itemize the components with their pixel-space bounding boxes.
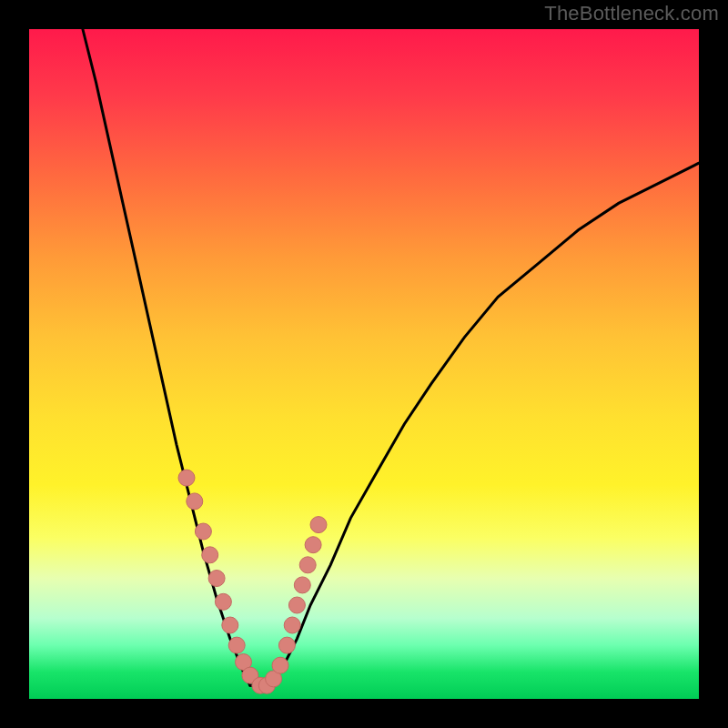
marker-dot	[208, 571, 225, 587]
outer-frame: TheBottleneck.com	[0, 0, 728, 728]
marker-group	[178, 470, 327, 693]
marker-dot	[228, 637, 245, 653]
marker-dot	[178, 470, 195, 486]
marker-dot	[284, 617, 300, 633]
marker-dot	[272, 657, 288, 673]
marker-dot	[294, 577, 310, 593]
watermark-text: TheBottleneck.com	[544, 2, 719, 25]
marker-dot	[305, 537, 321, 553]
marker-dot	[215, 593, 231, 610]
left-curve	[83, 29, 250, 685]
marker-dot	[222, 617, 238, 633]
plot-area	[29, 29, 699, 699]
marker-dot	[187, 493, 203, 510]
marker-dot	[299, 557, 316, 573]
right-curve	[270, 163, 699, 685]
marker-dot	[310, 517, 327, 533]
marker-dot	[278, 637, 295, 653]
marker-dot	[195, 523, 211, 540]
marker-dot	[202, 547, 218, 563]
curve-svg	[29, 29, 699, 699]
curve-group	[83, 29, 699, 685]
marker-dot	[288, 597, 305, 613]
